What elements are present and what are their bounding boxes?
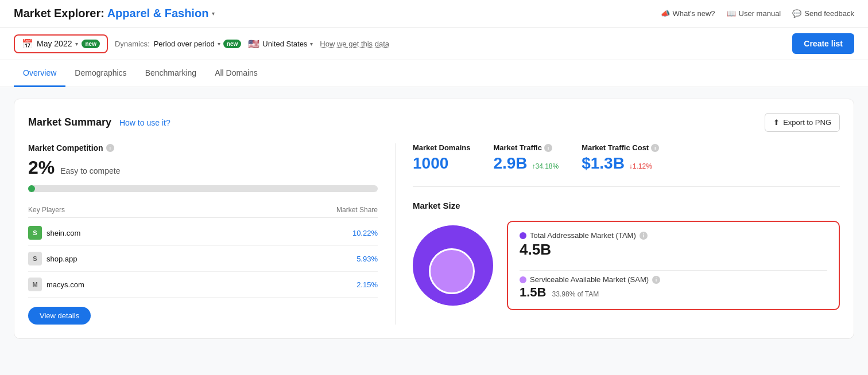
card-title-area: Market Summary How to use it? [28, 116, 170, 128]
date-new-badge: new [82, 40, 99, 48]
dynamics-filter[interactable]: Dynamics: Period over period ▾ new [115, 40, 241, 48]
player-name: macys.com [46, 280, 84, 289]
tab-overview[interactable]: Overview [14, 60, 65, 87]
player-favicon: S [28, 252, 42, 265]
stat-domains-label: Market Domains [413, 143, 470, 152]
right-panel: Market Domains 1000 Market Traffic i 2.9… [396, 143, 840, 325]
filter-bar: 📅 May 2022 ▾ new Dynamics: Period over p… [0, 28, 868, 60]
player-share: 2.15% [356, 280, 378, 289]
page-title: Market Explorer: Apparel & Fashion [14, 7, 208, 20]
dynamics-chevron-icon: ▾ [218, 41, 220, 47]
traffic-info-icon[interactable]: i [544, 144, 552, 152]
stats-row: Market Domains 1000 Market Traffic i 2.9… [413, 143, 840, 187]
table-row: S shein.com 10.22% [28, 220, 378, 246]
player-name: shop.app [46, 255, 78, 263]
stat-traffic-cost: Market Traffic Cost i $1.3B ↓1.12% [582, 143, 659, 173]
tab-all-domains[interactable]: All Domains [206, 60, 267, 87]
sam-bubble [429, 248, 475, 294]
tam-dot-icon [520, 232, 526, 239]
create-list-button[interactable]: Create list [792, 33, 854, 54]
country-filter[interactable]: 🇺🇸 United States ▾ [248, 38, 313, 49]
filter-bar-left: 📅 May 2022 ▾ new Dynamics: Period over p… [14, 34, 389, 53]
competition-value: 2% [28, 157, 55, 178]
player-favicon: M [28, 278, 42, 291]
top-bar-left: Market Explorer: Apparel & Fashion ▾ [14, 7, 215, 20]
tabs-bar: Overview Demographics Benchmarking All D… [0, 60, 868, 87]
country-label: United States [262, 40, 307, 48]
top-bar-right: 📣 What's new? 📖 User manual 💬 Send feedb… [661, 9, 854, 18]
dynamics-filter-label: Dynamics: [115, 40, 150, 48]
cost-change: ↓1.12% [629, 162, 652, 170]
calendar-icon: 📅 [22, 38, 33, 49]
competition-value-row: 2% Easy to compete [28, 157, 378, 178]
title-chevron-icon[interactable]: ▾ [212, 10, 215, 17]
competition-description: Easy to compete [60, 166, 120, 175]
tam-value: 4.5B [520, 241, 827, 259]
sam-label: Serviceable Available Market (SAM) i [520, 275, 827, 284]
stat-traffic-value: 2.9B ↑34.18% [493, 154, 559, 173]
export-icon: ⬆ [773, 118, 780, 127]
col-market-share: Market Share [336, 206, 378, 214]
tam-info-icon[interactable]: i [640, 232, 648, 240]
traffic-change: ↑34.18% [532, 162, 559, 170]
card-title: Market Summary [28, 116, 111, 128]
tam-sam-box: Total Addressable Market (TAM) i 4.5B Se… [507, 221, 840, 310]
stat-cost-label: Market Traffic Cost i [582, 143, 659, 152]
stat-cost-value: $1.3B ↓1.12% [582, 154, 659, 173]
stat-market-domains: Market Domains 1000 [413, 143, 470, 173]
market-summary-card: Market Summary How to use it? ⬆ Export t… [14, 99, 854, 339]
player-share: 5.93% [356, 255, 378, 263]
competition-info-icon[interactable]: i [106, 144, 114, 152]
col-key-players: Key Players [28, 206, 65, 214]
market-size-title: Market Size [413, 201, 840, 210]
player-left: M macys.com [28, 278, 84, 291]
sam-dot-icon [520, 276, 526, 283]
table-row: S shop.app 5.93% [28, 246, 378, 272]
date-chevron-icon: ▾ [75, 41, 78, 47]
dynamics-value: Period over period [154, 40, 215, 48]
us-flag-icon: 🇺🇸 [248, 38, 259, 49]
export-button[interactable]: ⬆ Export to PNG [765, 113, 840, 132]
table-row: M macys.com 2.15% [28, 272, 378, 298]
competition-progress-bar [28, 185, 378, 192]
page-title-prefix: Market Explorer: [14, 7, 107, 19]
stat-domains-value: 1000 [413, 154, 470, 173]
megaphone-icon: 📣 [661, 9, 670, 18]
feedback-icon: 💬 [792, 9, 801, 18]
tam-sam-divider [520, 270, 827, 271]
main-content: Market Summary How to use it? ⬆ Export t… [0, 87, 868, 350]
player-left: S shop.app [28, 252, 78, 265]
tab-demographics[interactable]: Demographics [65, 60, 135, 87]
view-details-button[interactable]: View details [28, 307, 91, 325]
date-label: May 2022 [37, 39, 72, 48]
sam-info-icon[interactable]: i [652, 276, 660, 284]
stat-traffic-label: Market Traffic i [493, 143, 559, 152]
tam-label: Total Addressable Market (TAM) i [520, 231, 827, 240]
date-filter-chip[interactable]: 📅 May 2022 ▾ new [14, 34, 108, 53]
sam-row: Serviceable Available Market (SAM) i 1.5… [520, 275, 827, 300]
market-size-body: Total Addressable Market (TAM) i 4.5B Se… [413, 220, 840, 311]
top-bar: Market Explorer: Apparel & Fashion ▾ 📣 W… [0, 0, 868, 28]
book-icon: 📖 [727, 9, 736, 18]
player-left: S shein.com [28, 226, 80, 240]
user-manual-link[interactable]: 📖 User manual [727, 9, 781, 18]
tam-row: Total Addressable Market (TAM) i 4.5B [520, 231, 827, 265]
competition-section: Market Competition i [28, 143, 378, 153]
key-players-header: Key Players Market Share [28, 206, 378, 218]
send-feedback-link[interactable]: 💬 Send feedback [792, 9, 854, 18]
how-we-get-link[interactable]: How we get this data [320, 40, 389, 48]
tab-benchmarking[interactable]: Benchmarking [136, 60, 206, 87]
whats-new-link[interactable]: 📣 What's new? [661, 9, 715, 18]
cost-info-icon[interactable]: i [651, 144, 659, 152]
player-favicon: S [28, 226, 42, 240]
competition-progress-fill [28, 185, 35, 192]
competition-label: Market Competition [28, 143, 103, 153]
dynamics-new-badge: new [223, 40, 241, 48]
how-to-use-link[interactable]: How to use it? [119, 118, 170, 127]
card-header: Market Summary How to use it? ⬆ Export t… [28, 113, 840, 132]
player-share: 10.22% [352, 229, 378, 237]
stat-market-traffic: Market Traffic i 2.9B ↑34.18% [493, 143, 559, 173]
sam-value: 1.5B 33.98% of TAM [520, 285, 827, 300]
left-panel: Market Competition i 2% Easy to compete … [28, 143, 396, 325]
country-chevron-icon: ▾ [310, 41, 313, 47]
